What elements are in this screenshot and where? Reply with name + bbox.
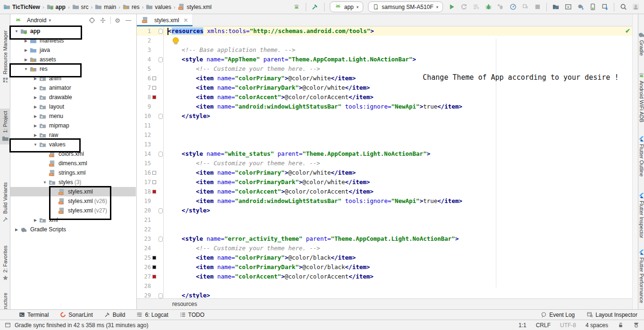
toolwindow-event-log[interactable]: Event Log [541, 312, 575, 318]
code-text[interactable]: <item name="colorPrimaryDark">@color/whi… [163, 178, 632, 187]
tree-item-colors-xml[interactable]: <>colors.xml [10, 149, 136, 159]
tool-stripe-resource-manager[interactable]: Resource Manager [0, 30, 10, 83]
chevron-expanded-icon[interactable]: ▼ [32, 143, 39, 147]
code-text[interactable]: <!-- Customize your theme here. --> [163, 244, 632, 253]
tree-item-drawable[interactable]: ▶drawable [10, 93, 136, 102]
caret-position[interactable]: 1:1 [519, 322, 527, 329]
code-text[interactable]: <style name="error_activity_theme" paren… [163, 234, 632, 244]
rerun-button[interactable] [458, 2, 469, 12]
code-text[interactable]: <item name="colorPrimary">@color/black</… [163, 253, 632, 262]
code-text[interactable]: <!-- Customize your theme here. --> [163, 159, 632, 168]
editor-breadcrumb-item[interactable]: resources [172, 301, 197, 307]
fold-marker[interactable] [158, 293, 163, 298]
chevron-collapsed-icon[interactable]: ▶ [32, 95, 39, 100]
code-text[interactable] [163, 36, 632, 45]
tree-item-manifests[interactable]: ▶manifests [10, 36, 136, 45]
tree-item-res[interactable]: ▼res [10, 64, 136, 74]
sdk-manager-button[interactable] [599, 2, 611, 12]
tree-item-strings-xml[interactable]: <>strings.xml [10, 168, 136, 178]
tree-item-styles-xml[interactable]: <>styles.xml [10, 187, 136, 196]
code-text[interactable]: <item name="colorPrimaryDark">@color/whi… [163, 83, 632, 93]
gutter-color-swatch[interactable] [151, 275, 158, 279]
tool-stripe-2-favorites[interactable]: 2: Favorites [0, 245, 10, 281]
code-text[interactable]: <!-- Customize your theme here. --> [163, 64, 632, 74]
chevron-collapsed-icon[interactable]: ▶ [23, 39, 29, 43]
gutter-color-swatch[interactable] [151, 76, 158, 80]
toolwindow-6-logcat[interactable]: 6: Logcat [136, 312, 168, 318]
tree-item-menu[interactable]: ▶menu [10, 111, 136, 121]
tree-item-animator[interactable]: ▶animator [10, 83, 136, 93]
code-text[interactable]: <!-- Base application theme. --> [163, 45, 632, 55]
intention-bulb-icon[interactable] [173, 37, 179, 43]
gutter-color-swatch[interactable] [151, 95, 158, 99]
tree-item-mipmap[interactable]: ▶mipmap [10, 121, 136, 130]
attach-debugger-button[interactable] [495, 2, 506, 12]
breadcrumb-item-app[interactable]: app [46, 3, 66, 10]
profiler-button[interactable] [507, 2, 519, 12]
tree-item-values[interactable]: ▼values [10, 140, 136, 149]
tree-item-xml[interactable]: ▶xml [10, 215, 136, 225]
chevron-collapsed-icon[interactable]: ▶ [23, 48, 29, 52]
code-text[interactable]: <item name="colorAccent">@color/colorAcc… [163, 93, 632, 102]
code-text[interactable] [163, 215, 632, 225]
breadcrumb-item-res[interactable]: res [122, 3, 140, 10]
fold-marker[interactable] [158, 57, 163, 62]
chevron-collapsed-icon[interactable]: ▶ [32, 86, 39, 90]
debug-button[interactable] [483, 2, 494, 12]
project-view-selector[interactable]: Android [27, 17, 46, 24]
code-area[interactable]: 1<resources xmlns:tools="http://schemas.… [137, 26, 632, 298]
status-message[interactable]: Gradle sync finished in 42 s 358 ms (31 … [15, 322, 148, 329]
run-button[interactable] [446, 2, 457, 12]
chevron-collapsed-icon[interactable]: ▶ [32, 76, 39, 81]
chevron-expanded-icon[interactable]: ▼ [42, 180, 48, 185]
tool-stripe-android-wifi-adb[interactable]: Android WiFi ADB [638, 72, 644, 122]
apply-code-changes-button[interactable] [470, 2, 482, 12]
settings-gear-icon[interactable]: ⚙ [113, 17, 122, 24]
android-wifi-adb-icon[interactable] [291, 2, 302, 12]
gutter-color-swatch[interactable] [151, 171, 158, 175]
file-encoding[interactable]: UTF-8 [560, 322, 576, 329]
tree-item-anim[interactable]: ▶anim [10, 74, 136, 83]
chevron-expanded-icon[interactable]: ▼ [23, 67, 29, 71]
code-text[interactable]: </style> [163, 291, 632, 298]
profile-apk-button[interactable] [519, 2, 531, 12]
code-text[interactable]: <style name="AppTheme" parent="Theme.App… [163, 55, 632, 64]
tree-item-styles[interactable]: ▼styles (3) [10, 178, 136, 187]
code-text[interactable] [163, 130, 632, 140]
gutter-color-swatch[interactable] [151, 180, 158, 184]
editor-scrollbar[interactable] [632, 14, 638, 309]
fold-marker[interactable] [158, 237, 163, 242]
code-text[interactable]: </style> [163, 206, 632, 215]
code-text[interactable]: <resources xmlns:tools="http://schemas.a… [163, 26, 632, 36]
gutter-color-swatch[interactable] [151, 86, 158, 90]
code-text[interactable] [163, 140, 632, 149]
code-text[interactable]: </style> [163, 111, 632, 121]
gutter-color-swatch[interactable] [151, 190, 158, 194]
gradle-sync-button[interactable] [575, 2, 586, 12]
fold-marker[interactable] [158, 29, 163, 34]
breadcrumb-item-main[interactable]: main [94, 3, 117, 10]
tool-stripe-1-project[interactable]: 1: Project [0, 109, 10, 144]
code-text[interactable]: <item name="colorPrimaryDark">@color/bla… [163, 262, 632, 272]
toolwindow-sonarlint[interactable]: SonarLint [60, 312, 92, 318]
tab-styles-xml[interactable]: <> styles.xml ✕ [137, 14, 193, 26]
lock-icon[interactable] [618, 322, 624, 328]
close-icon[interactable]: ✕ [184, 17, 188, 24]
avd-manager-button[interactable] [587, 2, 598, 12]
tool-stripe-flutter-inspector[interactable]: Flutter Inspector [638, 193, 644, 238]
tree-item-styles-xml[interactable]: <>styles.xml (v26) [10, 196, 136, 206]
tool-stripe-build-variants[interactable]: Build Variants [0, 182, 10, 222]
code-text[interactable] [163, 225, 632, 234]
device-manager-button[interactable] [562, 2, 574, 12]
code-text[interactable]: <item name="colorAccent">@color/colorAcc… [163, 272, 632, 281]
code-text[interactable]: <item name="colorAccent">@color/colorAcc… [163, 187, 632, 196]
gutter-color-swatch[interactable] [151, 265, 158, 269]
toolwindow-todo[interactable]: TODO [180, 312, 204, 318]
tree-item-raw[interactable]: ▶raw [10, 130, 136, 140]
chevron-collapsed-icon[interactable]: ▶ [32, 124, 39, 128]
chevron-collapsed-icon[interactable]: ▶ [32, 114, 39, 118]
breadcrumb-item-src[interactable]: src [72, 3, 89, 10]
code-text[interactable]: <style name="white_status" parent="Theme… [163, 149, 632, 159]
inspection-highlighting-icon[interactable] [633, 322, 639, 328]
tool-stripe-gradle[interactable]: Gradle [638, 31, 644, 56]
